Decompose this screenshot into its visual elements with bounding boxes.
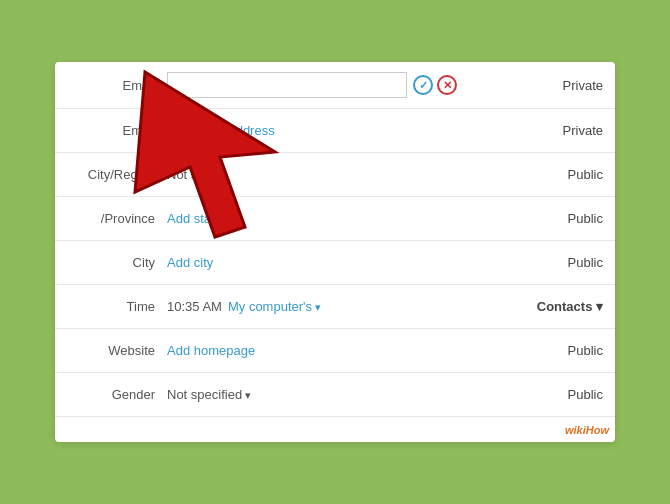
gender-row: Gender Not specified Public [55,373,615,417]
city-value: Add city [167,255,523,270]
gender-value: Not specified [167,387,523,402]
city-region-text: Not s [167,167,197,182]
gender-dropdown[interactable]: Not specified [167,387,251,402]
confirm-icon[interactable]: ✓ [413,75,433,95]
email-input-field[interactable] [167,72,407,98]
time-value: 10:35 AM My computer's [167,299,523,314]
city-region-privacy: Public [523,167,603,182]
add-homepage-link[interactable]: Add homepage [167,343,255,358]
email-link-value: Add email address [167,123,523,138]
city-row: City Add city Public [55,241,615,285]
time-privacy[interactable]: Contacts ▾ [523,299,603,314]
website-label: Website [67,343,167,358]
email-link-row: Email Add email address Private [55,109,615,153]
add-city-link[interactable]: Add city [167,255,213,270]
website-privacy: Public [523,343,603,358]
time-text: 10:35 AM [167,299,222,314]
email-input-value: ✓ ✕ [167,72,523,98]
province-label: /Province [67,211,167,226]
city-privacy: Public [523,255,603,270]
email-input-label: Email [67,78,167,93]
email-input-privacy: Private [523,78,603,93]
website-row: Website Add homepage Public [55,329,615,373]
province-row: /Province Add sta Public [55,197,615,241]
email-link-privacy: Private [523,123,603,138]
email-action-icons: ✓ ✕ [413,75,457,95]
gender-privacy: Public [523,387,603,402]
email-link-label: Email [67,123,167,138]
time-row: Time 10:35 AM My computer's Contacts ▾ [55,285,615,329]
province-value: Add sta [167,211,523,226]
city-region-label: City/Region [67,167,167,182]
gender-label: Gender [67,387,167,402]
city-region-value: Not s [167,167,523,182]
time-privacy-arrow: ▾ [592,299,603,314]
time-privacy-label: Contacts [537,299,593,314]
province-privacy: Public [523,211,603,226]
cancel-icon[interactable]: ✕ [437,75,457,95]
watermark-prefix: wiki [565,424,586,436]
email-input-row: Email ✓ ✕ Private [55,62,615,109]
add-state-link[interactable]: Add sta [167,211,211,226]
add-email-link[interactable]: Add email address [167,123,275,138]
time-label: Time [67,299,167,314]
wikihow-watermark: wikiHow [565,424,609,436]
watermark-suffix: How [586,424,609,436]
form-card: Email ✓ ✕ Private Email Add email addres… [55,62,615,442]
website-value: Add homepage [167,343,523,358]
city-label: City [67,255,167,270]
city-region-row: City/Region Not s Public [55,153,615,197]
time-dropdown[interactable]: My computer's [228,299,321,314]
